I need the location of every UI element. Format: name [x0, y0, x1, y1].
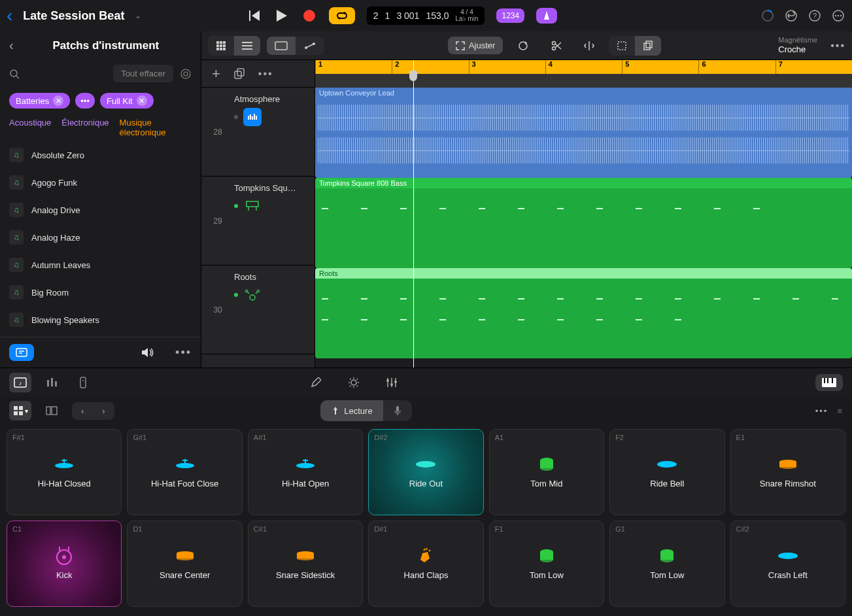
- drum-pad[interactable]: F1Tom Low: [489, 521, 604, 607]
- region-audio[interactable]: Uptown Conveyor Lead: [315, 88, 852, 178]
- back-button[interactable]: ‹: [7, 5, 12, 26]
- track-header[interactable]: 29Tompkins Squ…: [201, 177, 315, 265]
- snap-setting[interactable]: Magnétisme Croche: [778, 36, 817, 55]
- filter-more-button[interactable]: •••: [75, 93, 95, 109]
- help-icon[interactable]: ?: [808, 9, 822, 23]
- editor-tab-mixer[interactable]: [41, 373, 63, 392]
- fit-button[interactable]: Ajuster: [448, 37, 503, 54]
- region-midi-drums[interactable]: Roots: [315, 268, 852, 358]
- drum-pad[interactable]: E1Snare Rimshot: [730, 429, 845, 515]
- pad-view-split[interactable]: [41, 401, 63, 420]
- filter-pill[interactable]: Batteries✕: [9, 93, 70, 109]
- add-track-button[interactable]: +: [212, 65, 220, 82]
- drum-pad[interactable]: G1Tom Low: [609, 521, 724, 607]
- filter-tag[interactable]: Acoustique: [9, 118, 51, 137]
- clear-filters-button[interactable]: Tout effacer: [113, 65, 173, 82]
- patch-list[interactable]: ♫Absolute Zero♫Agogo Funk♫Analog Drive♫A…: [0, 141, 201, 337]
- track-header[interactable]: 28Atmosphere: [201, 88, 315, 177]
- patch-item[interactable]: ♫Autumn Leaves: [0, 251, 201, 279]
- filter-tag[interactable]: Électronique: [61, 118, 109, 137]
- view-grid-icon[interactable]: [208, 36, 234, 56]
- search-icon[interactable]: [9, 69, 20, 79]
- sidebar-more-icon[interactable]: •••: [175, 346, 192, 360]
- automation-mode-icon[interactable]: [296, 37, 324, 55]
- patch-icon: ♫: [9, 203, 24, 217]
- more-icon[interactable]: [831, 9, 845, 23]
- play-button[interactable]: [274, 8, 290, 24]
- lcd-display[interactable]: 2 1 3 001 153,0 4 / 4 La♭ min: [367, 7, 485, 25]
- drum-pad[interactable]: C#1Snare Sidestick: [248, 521, 363, 607]
- pad-drag-handle-icon[interactable]: ≡: [837, 406, 843, 416]
- track-more-icon[interactable]: •••: [258, 68, 273, 80]
- drum-pad[interactable]: F2Ride Bell: [609, 429, 724, 515]
- pencil-icon[interactable]: [305, 373, 327, 392]
- drum-pad[interactable]: D#2Ride Out: [368, 429, 483, 515]
- pad-view-grid[interactable]: ▾: [9, 401, 31, 420]
- drum-pad[interactable]: D#1Hand Claps: [368, 521, 483, 607]
- brightness-icon[interactable]: [343, 373, 365, 392]
- mode-record[interactable]: [383, 400, 412, 421]
- editor-tab-plugin[interactable]: [72, 373, 94, 392]
- drum-pad[interactable]: A#1Hi-Hat Open: [248, 429, 363, 515]
- region-midi-bass[interactable]: Tompkins Square 808 Bass: [315, 178, 852, 268]
- svg-rect-76: [827, 378, 828, 383]
- sidebar-back-button[interactable]: ‹: [9, 38, 14, 53]
- view-list-icon[interactable]: [234, 36, 260, 56]
- undo-icon[interactable]: [784, 9, 798, 23]
- metronome-chip[interactable]: [536, 8, 557, 24]
- project-title[interactable]: Late Session Beat: [23, 9, 124, 23]
- track-header[interactable]: 30Roots: [201, 265, 315, 354]
- copy-icon[interactable]: [635, 36, 661, 56]
- library-settings-icon[interactable]: [180, 68, 192, 80]
- patch-icon: ♫: [9, 285, 24, 299]
- marquee-icon[interactable]: [609, 36, 635, 56]
- pad-more-icon[interactable]: •••: [815, 406, 828, 416]
- patch-item[interactable]: ♫Analog Drive: [0, 196, 201, 224]
- filter-pill[interactable]: Full Kit✕: [100, 93, 154, 109]
- filter-tag[interactable]: Musique électronique: [120, 118, 192, 137]
- patch-item[interactable]: ♫Analog Haze: [0, 224, 201, 251]
- pad-next-button[interactable]: ›: [93, 402, 114, 420]
- count-in-chip[interactable]: 1234: [496, 9, 524, 23]
- pad-mode-toggle[interactable]: Lecture: [320, 400, 411, 421]
- region-mode-icon[interactable]: [267, 37, 296, 55]
- beat-ruler[interactable]: [315, 74, 852, 88]
- cycle-button[interactable]: [329, 7, 355, 24]
- track-instrument-icon[interactable]: [243, 197, 262, 215]
- progress-icon[interactable]: [760, 9, 775, 23]
- playhead[interactable]: [413, 60, 414, 368]
- pad-prev-button[interactable]: ‹: [72, 402, 93, 420]
- remove-filter-icon[interactable]: ✕: [53, 95, 63, 106]
- bar-ruler[interactable]: 1234567: [315, 60, 852, 74]
- sliders-icon[interactable]: [381, 373, 403, 392]
- remove-filter-icon[interactable]: ✕: [137, 95, 147, 106]
- keyboard-toggle[interactable]: [815, 374, 843, 391]
- loop-tool-icon[interactable]: [509, 35, 537, 56]
- rewind-button[interactable]: [247, 8, 262, 24]
- sound-library-button[interactable]: [9, 344, 34, 361]
- toolbar-more-icon[interactable]: •••: [830, 40, 845, 52]
- track-instrument-icon[interactable]: [243, 286, 262, 304]
- drum-pad[interactable]: D1Snare Center: [127, 521, 242, 607]
- drum-pad[interactable]: A1Tom Mid: [489, 429, 604, 515]
- scissors-icon[interactable]: [543, 36, 570, 56]
- drum-pad[interactable]: C#2Crash Left: [730, 521, 845, 607]
- split-icon[interactable]: [576, 36, 602, 56]
- duplicate-track-icon[interactable]: [233, 68, 245, 80]
- drum-pad[interactable]: C1Kick: [7, 521, 122, 607]
- mode-play[interactable]: Lecture: [320, 400, 383, 421]
- patch-item[interactable]: ♫Absolute Zero: [0, 141, 201, 169]
- title-chevron-icon[interactable]: ⌄: [135, 11, 141, 20]
- track-instrument-icon[interactable]: [243, 108, 262, 126]
- record-button[interactable]: [301, 8, 317, 24]
- patch-item[interactable]: ♫Blowing Speakers: [0, 306, 201, 334]
- patch-item[interactable]: ♫Big Room: [0, 279, 201, 306]
- volume-icon[interactable]: [141, 347, 154, 358]
- patch-item[interactable]: ♫Agogo Funk: [0, 169, 201, 196]
- editor-tab-instrument[interactable]: ♪: [9, 373, 31, 392]
- patch-icon: ♫: [9, 175, 24, 190]
- drum-pad[interactable]: G#1Hi-Hat Foot Close: [127, 429, 242, 515]
- svg-line-64: [350, 379, 351, 380]
- tracks-area[interactable]: 1234567 Uptown Conveyor Lead Tompkins Sq…: [315, 60, 852, 368]
- drum-pad[interactable]: F#1Hi-Hat Closed: [7, 429, 122, 515]
